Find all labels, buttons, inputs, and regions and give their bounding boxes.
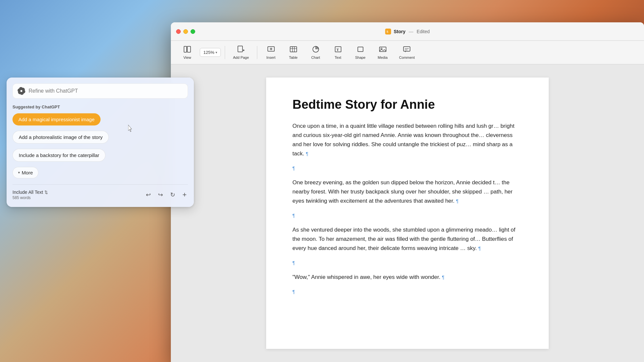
svg-rect-19 bbox=[380, 47, 386, 52]
document-title: Story bbox=[394, 29, 405, 34]
table-icon bbox=[289, 46, 297, 54]
shape-button[interactable]: Shape bbox=[351, 44, 370, 61]
text-icon: T bbox=[334, 46, 342, 54]
media-button[interactable]: Media bbox=[373, 44, 393, 61]
add-page-label: Add Page bbox=[233, 56, 249, 59]
svg-rect-4 bbox=[238, 46, 242, 52]
paragraph-2: One breezy evening, as the golden sun di… bbox=[292, 178, 522, 206]
paragraph-mark-4: ¶ bbox=[292, 213, 295, 218]
pages-window: S Story — Edited View 125% ▾ bbox=[171, 22, 644, 362]
insert-icon bbox=[267, 46, 275, 54]
svg-rect-2 bbox=[184, 46, 187, 52]
chatgpt-input-field[interactable] bbox=[29, 88, 183, 94]
svg-point-24 bbox=[20, 90, 22, 92]
suggestion-backstory-caterpillar[interactable]: Include a backstory for the caterpillar bbox=[12, 149, 105, 162]
paragraph-mark-6: ¶ bbox=[292, 260, 295, 265]
paragraph-3: As she ventured deeper into the woods, s… bbox=[292, 225, 522, 253]
chart-icon bbox=[312, 46, 320, 54]
footer-actions: ↩ ↪ ↻ + bbox=[145, 189, 188, 200]
word-count: 585 words bbox=[12, 195, 48, 200]
zoom-control[interactable]: 125% ▾ bbox=[200, 48, 221, 57]
more-label: More bbox=[22, 170, 33, 175]
title-bar: S Story — Edited bbox=[171, 22, 644, 41]
zoom-value: 125% bbox=[203, 50, 214, 55]
svg-text:T: T bbox=[336, 48, 339, 52]
table-button[interactable]: Table bbox=[284, 44, 303, 61]
add-page-button[interactable]: Add Page bbox=[229, 44, 253, 61]
paragraph-mark-7: ¶ bbox=[442, 275, 445, 280]
comment-icon bbox=[403, 46, 411, 54]
suggestions-container: Add a magical impressionist image bbox=[12, 113, 188, 129]
add-page-icon bbox=[237, 46, 245, 54]
toolbar: View 125% ▾ Add Page bbox=[171, 41, 644, 64]
traffic-lights bbox=[176, 29, 195, 34]
chatgpt-logo-icon bbox=[17, 87, 25, 95]
toolbar-divider-2 bbox=[257, 46, 257, 59]
zoom-chevron-icon: ▾ bbox=[216, 51, 217, 54]
document-page[interactable]: Bedtime Story for Annie Once upon a time… bbox=[266, 78, 549, 349]
maximize-button[interactable] bbox=[191, 29, 195, 34]
table-label: Table bbox=[289, 56, 297, 59]
paragraph-1: Once upon a time, in a quaint little vil… bbox=[292, 122, 522, 158]
undo-button[interactable]: ↩ bbox=[145, 190, 152, 200]
chart-button[interactable]: Chart bbox=[306, 44, 326, 61]
paragraph-break-1: ¶ bbox=[292, 164, 522, 173]
text-label: Text bbox=[334, 56, 341, 59]
paragraph-break-3: ¶ bbox=[292, 258, 522, 267]
media-label: Media bbox=[378, 56, 388, 59]
redo-button[interactable]: ↪ bbox=[157, 190, 164, 200]
edited-status: Edited bbox=[417, 29, 430, 34]
svg-rect-3 bbox=[187, 46, 191, 52]
suggestions-row-2: Add a photorealistic image of the story bbox=[12, 131, 188, 147]
suggestion-magical-image[interactable]: Add a magical impressionist image bbox=[12, 113, 101, 125]
suggested-label: Suggested by ChatGPT bbox=[12, 104, 188, 109]
text-button[interactable]: T Text bbox=[328, 44, 348, 61]
panel-footer: Include All Text ⇅ 585 words ↩ ↪ ↻ + bbox=[12, 184, 188, 200]
svg-rect-21 bbox=[403, 47, 410, 51]
include-all-label: Include All Text bbox=[12, 190, 43, 195]
app-icon: S bbox=[385, 29, 391, 34]
document-heading: Bedtime Story for Annie bbox=[292, 97, 522, 112]
paragraph-4: "Wow," Annie whispered in awe, her eyes … bbox=[292, 273, 522, 282]
chart-label: Chart bbox=[311, 56, 320, 59]
chatgpt-input-row[interactable] bbox=[12, 83, 188, 99]
suggestion-photorealistic[interactable]: Add a photorealistic image of the story bbox=[12, 131, 109, 144]
paragraph-mark-8: ¶ bbox=[292, 289, 295, 294]
svg-rect-18 bbox=[358, 47, 363, 52]
paragraph-break-2: ¶ bbox=[292, 211, 522, 220]
chatgpt-panel: Suggested by ChatGPT Add a magical impre… bbox=[7, 78, 194, 207]
refresh-button[interactable]: ↻ bbox=[169, 190, 176, 200]
media-icon bbox=[379, 46, 387, 54]
paragraph-mark-2: ¶ bbox=[292, 166, 295, 171]
include-all-text-toggle[interactable]: Include All Text ⇅ bbox=[12, 190, 48, 195]
view-icon bbox=[183, 46, 191, 54]
svg-text:S: S bbox=[386, 30, 388, 34]
comment-button[interactable]: Comment bbox=[395, 44, 419, 61]
add-button[interactable]: + bbox=[181, 189, 188, 200]
suggestions-row-3: Include a backstory for the caterpillar bbox=[12, 149, 188, 165]
shape-icon bbox=[356, 46, 364, 54]
shape-label: Shape bbox=[355, 56, 366, 59]
paragraph-break-4: ¶ bbox=[292, 287, 522, 296]
window-title: S Story — Edited bbox=[385, 29, 430, 34]
title-separator: — bbox=[409, 29, 413, 34]
svg-rect-10 bbox=[290, 47, 297, 52]
comment-label: Comment bbox=[399, 56, 415, 59]
toolbar-divider-1 bbox=[225, 46, 225, 59]
view-button[interactable]: View bbox=[177, 44, 197, 61]
document-area: Bedtime Story for Annie Once upon a time… bbox=[171, 64, 644, 362]
view-label: View bbox=[183, 56, 191, 59]
insert-label: Insert bbox=[266, 56, 276, 59]
include-arrows-icon: ⇅ bbox=[44, 190, 48, 195]
close-button[interactable] bbox=[176, 29, 181, 34]
paragraph-mark-5: ¶ bbox=[478, 246, 481, 251]
insert-button[interactable]: Insert bbox=[261, 44, 281, 61]
paragraph-mark-3: ¶ bbox=[456, 198, 459, 204]
more-suggestions-button[interactable]: ▾ More bbox=[12, 167, 38, 178]
minimize-button[interactable] bbox=[183, 29, 188, 34]
more-chevron-icon: ▾ bbox=[18, 170, 20, 175]
paragraph-mark-1: ¶ bbox=[306, 151, 309, 156]
